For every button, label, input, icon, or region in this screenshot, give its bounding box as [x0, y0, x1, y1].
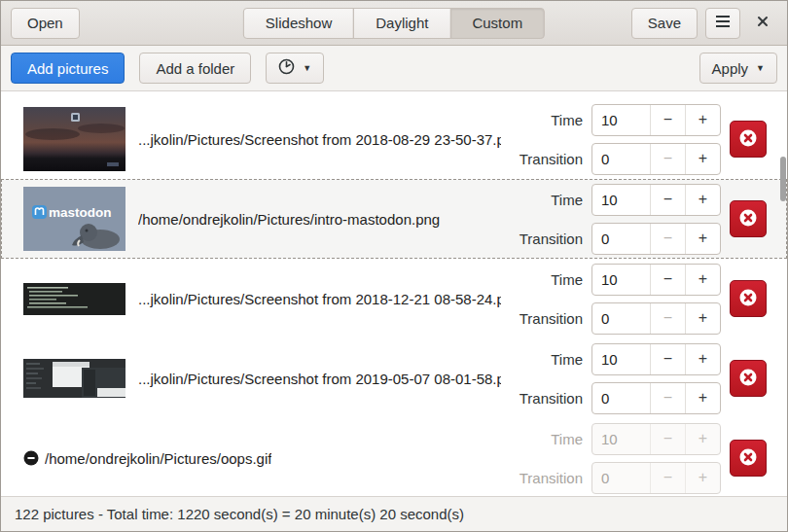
chevron-down-icon: ▼ — [303, 63, 311, 73]
transition-label: Transition — [501, 310, 583, 327]
picture-row[interactable]: ...jkolin/Pictures/Screenshot from 2019-… — [1, 338, 787, 418]
remove-icon — [738, 208, 758, 231]
desktop-screenshot-thumbnail — [23, 359, 125, 398]
transition-label: Transition — [501, 231, 583, 247]
time-value[interactable]: 10 — [592, 344, 650, 374]
headerbar: Open Slideshow Daylight Custom Save — [1, 1, 787, 46]
time-decrease-button[interactable]: − — [650, 185, 685, 215]
add-folder-button[interactable]: Add a folder — [139, 53, 251, 84]
transition-increase-button: + — [685, 463, 720, 493]
time-value[interactable]: 10 — [592, 105, 650, 135]
time-increase-button: + — [685, 424, 720, 454]
tab-custom[interactable]: Custom — [449, 8, 545, 39]
app-window: Open Slideshow Daylight Custom Save Add … — [0, 0, 788, 532]
transition-value[interactable]: 0 — [592, 144, 650, 174]
transition-decrease-button[interactable]: − — [650, 224, 685, 254]
time-decrease-button[interactable]: − — [650, 265, 685, 295]
menu-button[interactable] — [705, 8, 740, 39]
transition-decrease-button[interactable]: − — [650, 303, 685, 334]
apply-label: Apply — [712, 60, 749, 77]
remove-picture-button[interactable] — [730, 200, 767, 237]
picture-path: /home/ondrejkolin/Pictures/intro-mastodo… — [138, 211, 440, 228]
time-increase-button[interactable]: + — [685, 265, 720, 295]
time-label: Time — [501, 351, 583, 368]
header-actions: Save — [631, 8, 777, 39]
remove-icon — [738, 288, 758, 310]
transition-label: Transition — [501, 470, 583, 486]
time-spinbutton[interactable]: 10 − + — [591, 104, 721, 136]
apply-dropdown-button[interactable]: Apply ▼ — [699, 53, 777, 84]
row-controls: Time 10 − + Transition 0 − + — [501, 423, 721, 494]
transition-label: Transition — [501, 390, 583, 407]
row-controls: Time 10 − + Transition 0 − + — [501, 264, 721, 335]
hamburger-icon — [715, 15, 731, 31]
status-summary: 122 pictures - Total time: 1220 second(s… — [15, 506, 464, 522]
picture-path: ...jkolin/Pictures/Screenshot from 2019-… — [138, 371, 501, 387]
remove-picture-button[interactable] — [730, 121, 767, 158]
time-label: Time — [501, 192, 583, 208]
transition-increase-button[interactable]: + — [685, 303, 720, 334]
statusbar: 122 pictures - Total time: 1220 second(s… — [1, 496, 787, 531]
add-pictures-button[interactable]: Add pictures — [11, 53, 125, 84]
row-controls: Time 10 − + Transition 0 − + — [501, 343, 721, 414]
image-unavailable-icon — [23, 450, 39, 466]
vertical-scrollbar[interactable] — [780, 157, 786, 201]
time-decrease-button[interactable]: − — [650, 105, 685, 135]
transition-spinbutton[interactable]: 0 − + — [591, 223, 721, 255]
picture-path: /home/ondrejkolin/Pictures/oops.gif — [45, 450, 271, 467]
transition-spinbutton[interactable]: 0 − + — [591, 382, 721, 414]
remove-picture-button[interactable] — [730, 440, 767, 477]
transition-decrease-button: − — [650, 463, 685, 493]
row-controls: Time 10 − + Transition 0 − + — [501, 184, 721, 255]
tab-slideshow[interactable]: Slideshow — [243, 8, 354, 39]
svg-text:mastodon: mastodon — [49, 205, 112, 220]
time-value[interactable]: 10 — [592, 185, 650, 215]
transition-decrease-button[interactable]: − — [650, 383, 685, 413]
mastodon-logo-thumbnail: mastodon — [23, 187, 125, 251]
transition-increase-button[interactable]: + — [685, 144, 720, 174]
time-label: Time — [501, 112, 583, 128]
remove-picture-button[interactable] — [730, 360, 767, 397]
transition-spinbutton: 0 − + — [591, 462, 721, 494]
set-time-dropdown-button[interactable]: ▼ — [266, 53, 324, 84]
transition-value: 0 — [592, 463, 650, 493]
close-icon — [756, 15, 770, 31]
transition-value[interactable]: 0 — [592, 383, 650, 413]
window-close-button[interactable] — [748, 9, 777, 38]
transition-spinbutton[interactable]: 0 − + — [591, 302, 721, 335]
picture-path: ...jkolin/Pictures/Screenshot from 2018-… — [138, 291, 501, 307]
tab-daylight[interactable]: Daylight — [353, 8, 450, 39]
time-spinbutton[interactable]: 10 − + — [591, 184, 721, 216]
remove-picture-button[interactable] — [730, 280, 767, 317]
time-increase-button[interactable]: + — [685, 105, 720, 135]
save-button[interactable]: Save — [631, 8, 698, 39]
transition-increase-button[interactable]: + — [685, 224, 720, 254]
remove-icon — [738, 447, 758, 470]
transition-decrease-button[interactable]: − — [650, 144, 685, 174]
transition-increase-button[interactable]: + — [685, 383, 720, 413]
row-controls: Time 10 − + Transition 0 − + — [501, 104, 721, 175]
transition-value[interactable]: 0 — [592, 224, 650, 254]
picture-row[interactable]: mastodon /home/ondrejkolin/Pictures/intr… — [1, 179, 787, 259]
picture-path: ...jkolin/Pictures/Screenshot from 2018-… — [138, 131, 501, 148]
time-decrease-button[interactable]: − — [650, 344, 685, 374]
picture-row[interactable]: ...jkolin/Pictures/Screenshot from 2018-… — [1, 99, 787, 179]
remove-icon — [738, 128, 758, 151]
remove-icon — [738, 368, 758, 390]
transition-value[interactable]: 0 — [592, 303, 650, 334]
picture-row[interactable]: ...jkolin/Pictures/Screenshot from 2018-… — [1, 259, 787, 338]
time-spinbutton[interactable]: 10 − + — [591, 264, 721, 296]
transition-spinbutton[interactable]: 0 − + — [591, 143, 721, 175]
time-label: Time — [501, 271, 583, 288]
time-value[interactable]: 10 — [592, 265, 650, 295]
transition-label: Transition — [501, 151, 583, 167]
picture-row[interactable]: /home/ondrejkolin/Pictures/oops.gif Time… — [1, 418, 787, 496]
open-button[interactable]: Open — [11, 8, 80, 39]
time-value: 10 — [592, 424, 650, 454]
time-increase-button[interactable]: + — [685, 185, 720, 215]
terminal-screenshot-thumbnail — [23, 283, 125, 315]
time-increase-button[interactable]: + — [685, 344, 720, 374]
clock-icon — [278, 58, 295, 78]
time-spinbutton[interactable]: 10 − + — [591, 343, 721, 375]
time-decrease-button: − — [650, 424, 685, 454]
